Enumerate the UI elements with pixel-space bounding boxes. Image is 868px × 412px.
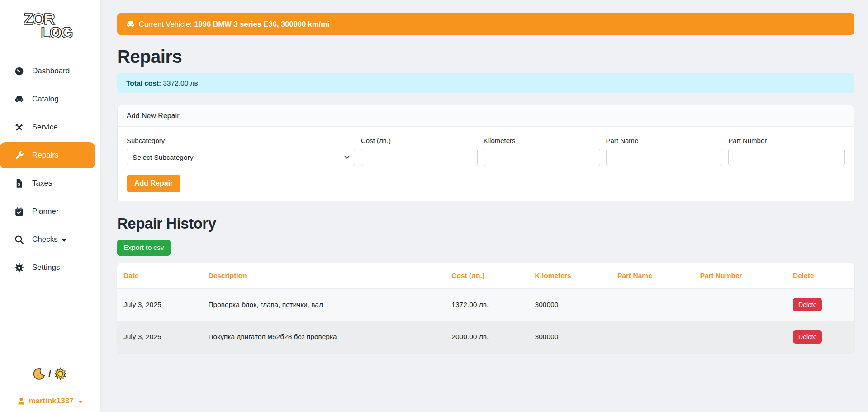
part-name-input[interactable]	[606, 149, 723, 166]
kilometers-label: Kilometers	[484, 137, 600, 144]
total-cost-label: Total cost:	[126, 79, 161, 87]
column-header: Cost (лв.)	[445, 263, 528, 289]
sidebar-item-repairs[interactable]: Repairs	[0, 142, 95, 168]
total-cost-alert: Total cost:3372.00 лв.	[117, 73, 854, 93]
sidebar-item-dashboard[interactable]: Dashboard	[0, 58, 95, 84]
cell-cost: 2000.00 лв.	[445, 321, 528, 353]
car-icon	[14, 94, 24, 105]
cell-description: Проверка блок, глава, петички, вал	[202, 289, 445, 321]
theme-toggle[interactable]: /	[0, 367, 100, 380]
cell-kilometers: 300000	[529, 289, 612, 321]
speedometer-icon	[14, 66, 24, 77]
cell-date: July 3, 2025	[117, 289, 202, 321]
sidebar-item-service[interactable]: Service	[0, 114, 95, 140]
cell-kilometers: 300000	[529, 321, 612, 353]
subcategory-select[interactable]: Select Subcategory	[127, 149, 355, 166]
moon-icon[interactable]	[33, 367, 46, 380]
current-vehicle-banner: Current Vehicle: 1996 BMW 3 series E36, …	[117, 13, 854, 35]
add-repair-button[interactable]: Add Repair	[127, 175, 180, 192]
table-body: July 3, 2025 Проверка блок, глава, петич…	[117, 289, 854, 353]
sun-icon[interactable]	[54, 367, 67, 380]
cost-input[interactable]	[361, 149, 478, 166]
page-title: Repairs	[117, 47, 854, 67]
cell-part-name	[611, 321, 694, 353]
total-cost-value: 3372.00 лв.	[163, 79, 200, 87]
column-header: Delete	[787, 263, 854, 289]
wrench-icon	[14, 150, 24, 161]
cell-date: July 3, 2025	[117, 321, 202, 353]
column-header: Part Name	[611, 263, 694, 289]
column-header: Part Number	[694, 263, 787, 289]
sidebar-item-planner[interactable]: Planner	[0, 198, 95, 225]
delete-button[interactable]: Delete	[793, 330, 822, 344]
table-row: July 3, 2025 Проверка блок, глава, петич…	[117, 289, 854, 321]
repair-history-title: Repair History	[117, 215, 854, 232]
receipt-icon: $	[14, 178, 24, 189]
table-row: July 3, 2025 Покупка двигател м52б28 без…	[117, 321, 854, 353]
logo-gauge-pivot	[55, 32, 57, 34]
add-repair-card-title: Add New Repair	[118, 105, 854, 127]
username: martink1337	[28, 397, 73, 406]
column-header: Description	[202, 263, 445, 289]
svg-text:$: $	[18, 182, 20, 187]
caret-down-icon	[62, 239, 66, 242]
car-icon	[126, 19, 135, 29]
export-csv-button[interactable]: Export to csv	[117, 240, 171, 256]
part-name-label: Part Name	[606, 137, 723, 144]
cell-part-name	[611, 289, 694, 321]
sidebar: ZOR LOG Dashboard Catalog Service Repair…	[0, 0, 100, 412]
part-number-label: Part Number	[728, 137, 845, 144]
person-icon	[17, 397, 26, 406]
user-menu[interactable]: martink1337	[0, 397, 100, 406]
cell-part-number	[694, 289, 787, 321]
kilometers-input[interactable]	[484, 149, 600, 166]
cost-label: Cost (лв.)	[361, 137, 478, 144]
tools-icon	[14, 122, 24, 133]
search-icon	[14, 234, 24, 245]
zorlog-logo: ZOR LOG	[20, 7, 80, 43]
cell-cost: 1372.00 лв.	[445, 289, 528, 321]
sidebar-nav: Dashboard Catalog Service Repairs $ Taxe…	[0, 58, 100, 283]
sidebar-item-catalog[interactable]: Catalog	[0, 86, 95, 112]
subcategory-label: Subcategory	[127, 137, 355, 144]
main-content: Current Vehicle: 1996 BMW 3 series E36, …	[100, 0, 868, 412]
user-caret-icon	[78, 401, 83, 403]
cell-description: Покупка двигател м52б28 без проверка	[202, 321, 445, 353]
delete-button[interactable]: Delete	[793, 298, 822, 311]
add-repair-card: Add New Repair Subcategory Select Subcat…	[117, 105, 854, 201]
cell-part-number	[694, 321, 787, 353]
banner-label: Current Vehicle:	[139, 20, 192, 29]
gear-icon	[14, 262, 24, 273]
column-header: Kilometers	[529, 263, 612, 289]
sidebar-item-taxes[interactable]: $ Taxes	[0, 170, 95, 196]
column-header: Date	[117, 263, 202, 289]
sidebar-item-checks[interactable]: Checks	[0, 226, 95, 253]
banner-vehicle-value: 1996 BMW 3 series E36, 300000 km/mi	[194, 20, 329, 29]
theme-separator: /	[48, 368, 51, 380]
repair-history-table: DateDescriptionCost (лв.)KilometersPart …	[117, 263, 854, 353]
part-number-input[interactable]	[728, 149, 845, 166]
sidebar-item-settings[interactable]: Settings	[0, 254, 95, 281]
table-header-row: DateDescriptionCost (лв.)KilometersPart …	[117, 263, 854, 289]
calendar-check-icon	[14, 206, 24, 217]
